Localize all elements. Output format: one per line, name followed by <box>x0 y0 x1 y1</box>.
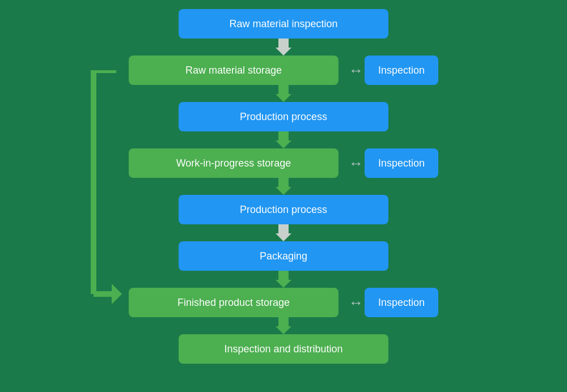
inspection-box-3: Inspection <box>365 288 438 317</box>
wip-inspection-side: ↔ Inspection <box>345 148 438 178</box>
raw-material-storage-row: Raw material storage ↔ Inspection <box>129 56 438 85</box>
arrow-5 <box>276 224 291 241</box>
finished-product-storage-row: Finished product storage ↔ Inspection <box>129 288 438 317</box>
inspection-box-2: Inspection <box>365 148 438 178</box>
inspection-distribution-box: Inspection and distribution <box>179 334 388 364</box>
wip-storage-row: Work-in-progress storage ↔ Inspection <box>129 148 438 178</box>
double-arrow-3: ↔ <box>349 294 361 312</box>
production-process-1-box: Production process <box>179 102 388 131</box>
arrow-4 <box>276 178 291 195</box>
double-arrow-1: ↔ <box>349 62 361 79</box>
raw-material-storage-box: Raw material storage <box>129 56 338 85</box>
arrow-1 <box>276 39 291 56</box>
inspection-box-1: Inspection <box>365 56 438 85</box>
arrow-3 <box>276 131 291 148</box>
finished-inspection-side: ↔ Inspection <box>345 288 438 317</box>
arrow-2 <box>276 85 291 102</box>
production-process-2-box: Production process <box>179 195 388 224</box>
packaging-box: Packaging <box>179 241 388 271</box>
arrow-7 <box>276 317 291 334</box>
return-bracket-arrow <box>88 70 122 314</box>
raw-material-inspection-side: ↔ Inspection <box>345 56 438 85</box>
double-arrow-2: ↔ <box>349 155 361 172</box>
wip-storage-box: Work-in-progress storage <box>129 148 338 178</box>
arrow-6 <box>276 271 291 288</box>
finished-product-storage-box: Finished product storage <box>129 288 338 317</box>
svg-marker-2 <box>112 284 122 304</box>
diagram-container: Raw material inspection Raw <box>28 9 539 383</box>
raw-material-inspection-box: Raw material inspection <box>179 9 388 39</box>
